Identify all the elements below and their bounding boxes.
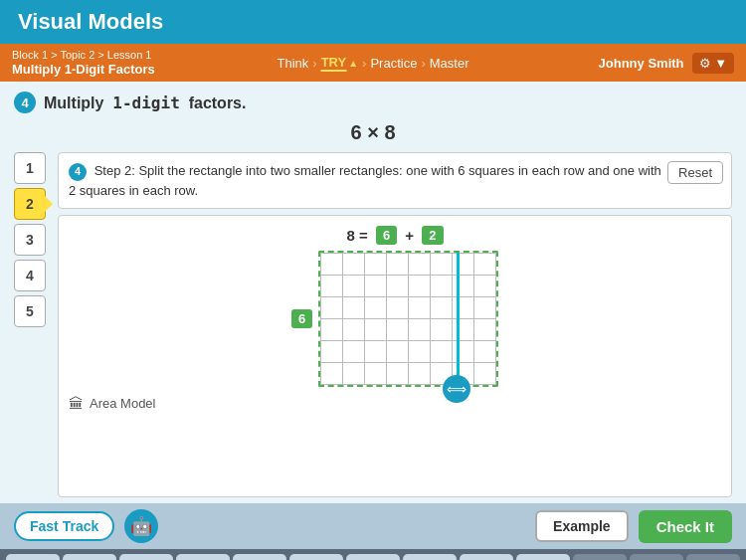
bottom-bar: Fast Track 🤖 Example Check It: [0, 503, 746, 549]
breadcrumb: Block 1 > Topic 2 > Lesson 1 Multiply 1-…: [12, 49, 155, 78]
numpad-key-3[interactable]: 3: [119, 554, 173, 561]
numpad-key-0[interactable]: 0: [516, 554, 570, 561]
check-it-button[interactable]: Check It: [639, 510, 732, 543]
user-info: Johnny Smith ⚙ ▼: [599, 53, 734, 74]
page-title: Visual Models: [18, 9, 163, 35]
fast-track-button[interactable]: Fast Track: [14, 511, 114, 541]
grid-cell: [387, 319, 409, 341]
numpad-key-2[interactable]: 2: [63, 554, 116, 561]
main-equation: 6 × 8: [14, 121, 732, 144]
problem-description: Multiply 1-digit factors.: [44, 93, 246, 112]
grid-cell: [431, 276, 453, 297]
area-model-icon: 🏛: [69, 395, 84, 412]
step-3-button[interactable]: 3: [14, 224, 46, 256]
instruction-area: 4 Step 2: Split the rectangle into two s…: [58, 152, 732, 497]
grid-cell: [474, 276, 496, 297]
split-eq-plus: +: [401, 227, 418, 244]
grid-cell: [365, 319, 387, 341]
problem-header: 4 Multiply 1-digit factors.: [14, 92, 732, 113]
grid-cell: [409, 254, 431, 276]
grid-cell: [431, 319, 453, 341]
step-sidebar: 1 2 3 4 5: [14, 152, 50, 497]
problem-number: 4: [14, 92, 36, 113]
instruction-text: Step 2: Split the rectangle into two sma…: [69, 163, 661, 198]
grid-cell: [387, 341, 409, 363]
row-label: 6: [291, 309, 312, 328]
grid-cell: [474, 341, 496, 363]
grid-cell: [431, 254, 453, 276]
grid-cell: [387, 254, 409, 276]
grid-wrapper: 6 ⟺: [291, 251, 498, 387]
step-practice: Practice: [370, 56, 417, 71]
grid-cell: [365, 254, 387, 276]
grid-cell: [343, 341, 365, 363]
grid-cell: [474, 254, 496, 276]
grid-cell: [409, 297, 431, 319]
step-1-button[interactable]: 1: [14, 152, 46, 184]
instruction-box: 4 Step 2: Split the rectangle into two s…: [58, 152, 732, 209]
split-divider[interactable]: [457, 253, 460, 385]
step-5-button[interactable]: 5: [14, 295, 46, 327]
step-try: TRY: [321, 55, 347, 72]
grid-cell: [321, 297, 343, 319]
step-4-button[interactable]: 4: [14, 260, 46, 291]
drag-handle[interactable]: ⟺: [443, 375, 470, 403]
page-header: Visual Models: [0, 0, 746, 44]
grid-cell: [453, 276, 474, 297]
visual-area: 8 = 6 + 2 6 ⟺: [58, 215, 732, 497]
grid-cell: [343, 276, 365, 297]
numpad-key-6[interactable]: 6: [289, 554, 343, 561]
grid-cell: [321, 341, 343, 363]
settings-button[interactable]: ⚙ ▼: [692, 53, 734, 74]
grid-container: ⟺: [318, 251, 498, 387]
grid-cell: [387, 276, 409, 297]
grid-cell: [453, 297, 474, 319]
grid-cell: [409, 319, 431, 341]
mascot-icon: 🤖: [130, 515, 152, 537]
progress-steps: Think › TRY ▲ › Practice › Master: [278, 55, 469, 72]
grid-cell: [431, 341, 453, 363]
numpad-key-4[interactable]: 4: [176, 554, 230, 561]
backspace-key[interactable]: ⌫: [686, 554, 740, 561]
grid-cell: [474, 297, 496, 319]
grid-cell: [387, 297, 409, 319]
numpad-key-7[interactable]: 7: [346, 554, 400, 561]
grid-cell: [321, 363, 343, 385]
grid-cell: [321, 276, 343, 297]
breadcrumb-line1: Block 1 > Topic 2 > Lesson 1: [12, 49, 155, 62]
grid-cell: [453, 341, 474, 363]
grid-cell: [343, 319, 365, 341]
plusminus-key[interactable]: ±: [630, 554, 683, 561]
grid-cell: [343, 363, 365, 385]
grid-cell: [431, 297, 453, 319]
grid-cell: [409, 276, 431, 297]
grid-cell: [453, 319, 474, 341]
try-indicator: ▲: [348, 58, 358, 69]
area-model-text: Area Model: [90, 396, 155, 411]
split-eq-six: 6: [376, 226, 397, 245]
step-2-button[interactable]: 2: [14, 188, 46, 220]
grid-cell: [365, 363, 387, 385]
numpad-key-9[interactable]: 9: [460, 554, 513, 561]
reset-button[interactable]: Reset: [667, 161, 723, 184]
grid-cell: [409, 363, 431, 385]
decimal-key[interactable]: .: [573, 554, 627, 561]
grid-table: [320, 253, 496, 385]
split-eq-text: 8 =: [346, 227, 371, 244]
step-think: Think: [278, 56, 309, 71]
grid-cell: [453, 254, 474, 276]
numpad-key-5[interactable]: 5: [233, 554, 286, 561]
numpad-key-8[interactable]: 8: [403, 554, 457, 561]
username: Johnny Smith: [599, 56, 684, 71]
example-button[interactable]: Example: [535, 510, 629, 542]
split-equation: 8 = 6 + 2: [346, 226, 443, 245]
grid-cell: [321, 254, 343, 276]
lesson-title: Multiply 1-Digit Factors: [12, 62, 155, 78]
step-master: Master: [430, 56, 469, 71]
grid-cell: [343, 297, 365, 319]
grid-cell: [474, 319, 496, 341]
instruction-step-num: 4: [69, 163, 87, 181]
numpad-key-1[interactable]: 1: [6, 554, 60, 561]
top-bar: Block 1 > Topic 2 > Lesson 1 Multiply 1-…: [0, 44, 746, 82]
mascot-button[interactable]: 🤖: [124, 509, 158, 543]
